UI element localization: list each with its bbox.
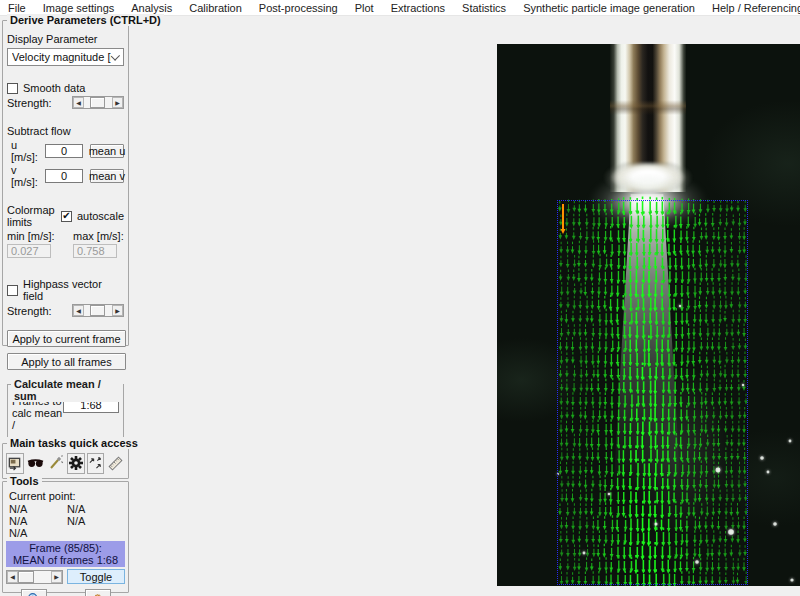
smooth-strength-label: Strength:	[7, 97, 52, 109]
load-images-icon	[7, 456, 22, 471]
autoscale-checkbox-box[interactable]: ✔	[61, 211, 72, 222]
highpass-strength-label: Strength:	[7, 305, 52, 317]
scrollbar-left-arrow[interactable]: ◀	[7, 571, 18, 583]
apply-current-frame-button[interactable]: Apply to current frame	[7, 330, 126, 347]
current-point-value: N/A	[67, 515, 125, 527]
hand-pan-icon	[91, 592, 105, 596]
menu-statistics[interactable]: Statistics	[462, 2, 506, 14]
smooth-data-checkbox[interactable]: Smooth data	[7, 82, 124, 94]
min-input[interactable]	[7, 244, 51, 258]
tools-title: Tools	[7, 475, 42, 487]
slider-thumb[interactable]	[90, 97, 105, 108]
menu-extractions[interactable]: Extractions	[391, 2, 445, 14]
derive-parameters-title: Derive Parameters (CTRL+D)	[7, 14, 164, 26]
current-point-value: N/A	[9, 527, 67, 539]
u-input[interactable]	[45, 144, 83, 158]
highpass-checkbox-box[interactable]	[7, 285, 18, 296]
quick-access-panel: Main tasks quick access	[2, 443, 129, 479]
magnifier-plus-icon	[27, 592, 41, 596]
scrollbar-thumb[interactable]	[18, 571, 34, 583]
display-parameter-dropdown[interactable]: Velocity magnitude [m/s]	[7, 48, 124, 66]
current-point-values: N/AN/AN/AN/AN/A	[9, 503, 125, 539]
analysis-button[interactable]	[67, 453, 85, 474]
menu-post-processing[interactable]: Post-processing	[259, 2, 338, 14]
load-images-button[interactable]	[6, 453, 24, 474]
menu-image-settings[interactable]: Image settings	[43, 2, 115, 14]
max-input[interactable]	[73, 244, 117, 258]
preprocess-wand-icon	[48, 455, 64, 471]
menu-synthetic-particle-image-generation[interactable]: Synthetic particle image generation	[523, 2, 695, 14]
preprocess-button[interactable]	[47, 453, 65, 474]
mean-u-button[interactable]: mean u	[90, 144, 124, 158]
scrollbar-right-arrow[interactable]: ▶	[51, 571, 62, 583]
calibration-button[interactable]	[106, 453, 125, 474]
calculate-mean-sum-title: Calculate mean / sum	[11, 378, 123, 402]
derive-parameters-panel: Derive Parameters (CTRL+D) Display Param…	[2, 20, 129, 346]
tools-panel: Tools Current point: N/AN/AN/AN/AN/A Fra…	[2, 481, 129, 593]
quick-access-title: Main tasks quick access	[7, 437, 141, 449]
frame-indicator: Frame (85/85): MEAN of frames 1:68	[6, 541, 125, 567]
highpass-checkbox[interactable]: Highpass vector field	[7, 278, 124, 302]
pan-button[interactable]	[85, 589, 111, 596]
postprocess-button[interactable]	[87, 453, 105, 474]
current-point-value: N/A	[9, 503, 67, 515]
subtract-flow-label: Subtract flow	[7, 125, 124, 137]
v-input[interactable]	[45, 169, 83, 183]
smooth-data-checkbox-box[interactable]	[7, 83, 18, 94]
analysis-gear-icon	[68, 455, 84, 471]
slider-thumb[interactable]	[90, 305, 105, 316]
mask-button[interactable]	[26, 453, 45, 474]
zoom-button[interactable]	[21, 589, 47, 596]
current-point-value: N/A	[9, 515, 67, 527]
slider-right-arrow[interactable]: ▶	[112, 305, 123, 316]
menu-help-referencing[interactable]: Help / Referencing	[712, 2, 800, 14]
smooth-strength-slider[interactable]: ◀ ▶	[72, 96, 124, 109]
autoscale-checkbox[interactable]: ✔ autoscale	[61, 210, 124, 222]
apply-all-frames-button[interactable]: Apply to all frames	[7, 353, 126, 370]
calibration-ruler-icon	[107, 455, 124, 472]
max-label: max [m/s]:	[73, 230, 124, 242]
frame-scrollbar[interactable]: ◀ ▶	[6, 570, 63, 584]
slider-left-arrow[interactable]: ◀	[73, 97, 84, 108]
min-label: min [m/s]:	[7, 230, 73, 242]
pivlab-window: { "menu": { "items": ["File", "Image set…	[0, 0, 800, 596]
toggle-button[interactable]: Toggle	[67, 569, 125, 584]
chevron-down-icon	[111, 51, 120, 60]
colormap-limits-label: Colormap limits	[7, 204, 61, 228]
menu-plot[interactable]: Plot	[355, 2, 374, 14]
menu-calibration[interactable]: Calibration	[189, 2, 242, 14]
v-label: v [m/s]:	[11, 164, 45, 188]
u-label: u [m/s]:	[11, 139, 45, 163]
slider-right-arrow[interactable]: ▶	[112, 97, 123, 108]
mean-v-button[interactable]: mean v	[90, 169, 124, 183]
current-point-value: N/A	[67, 503, 125, 515]
display-parameter-label: Display Parameter	[7, 33, 124, 45]
mask-icon	[27, 456, 44, 471]
roi-rectangle	[557, 200, 748, 585]
postprocess-vectors-icon	[88, 456, 103, 471]
display-parameter-value: Velocity magnitude [m/s]	[12, 51, 111, 63]
piv-image-view[interactable]	[497, 44, 800, 586]
menu-file[interactable]: File	[8, 2, 26, 14]
slider-left-arrow[interactable]: ◀	[73, 305, 84, 316]
menu-analysis[interactable]: Analysis	[131, 2, 172, 14]
highpass-strength-slider[interactable]: ◀ ▶	[72, 304, 124, 317]
current-point-label: Current point:	[9, 490, 125, 502]
